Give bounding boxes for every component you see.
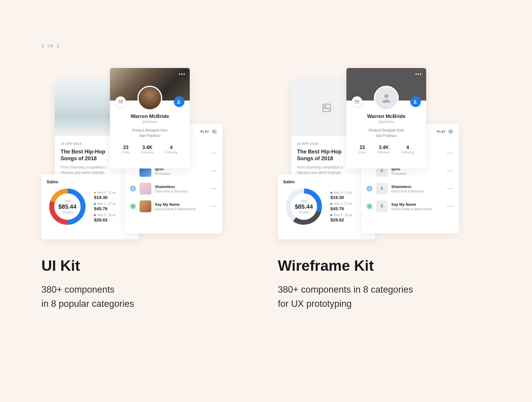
sales-card: Sales Total $85.44 54 sales Item 3 · 11 …	[41, 174, 139, 239]
profile-bio: Product Designer from	[132, 128, 168, 132]
legend-dot	[330, 203, 332, 205]
message-button[interactable]	[352, 96, 362, 107]
play-all-label: PLAY	[437, 130, 446, 133]
track-title: Shameless	[391, 184, 444, 189]
sales-total: $85.44	[295, 203, 313, 210]
sales-donut: Total $85.44 54 sales	[283, 186, 325, 227]
stat-value: 3.4K	[142, 145, 152, 150]
cluster-wireframe-kit: 14 APR 2018 The Best Hip-Hop Songs of 20…	[278, 62, 461, 234]
track-more-icon[interactable]: •••	[211, 186, 217, 191]
profile-bio: San Franisco	[376, 134, 397, 138]
track-thumb	[376, 200, 388, 212]
track-badge: 5	[130, 203, 136, 209]
legend-value: $28.62	[330, 217, 352, 222]
sales-donut: Total $85.44 54 sales	[47, 186, 88, 227]
track-more-icon[interactable]: •••	[447, 151, 453, 155]
track-artist: David Guetta & Bebe Rexha	[155, 207, 207, 211]
stat-value: 4	[170, 145, 173, 150]
headline-line: for UX prototyping	[278, 297, 467, 311]
sales-total-sub: 54 sales	[298, 211, 309, 214]
profile-card: ••• Warren McBride @McBride Product Desi…	[346, 68, 426, 168]
track-more-icon[interactable]: •••	[211, 151, 217, 155]
legend-label: Item 2 · 16 sa	[334, 213, 352, 217]
user-icon	[380, 92, 392, 104]
sales-total-label: Total	[64, 200, 70, 203]
add-user-icon	[413, 99, 418, 104]
track-artist: David Guetta & Bebe Rexha	[391, 207, 444, 211]
legend-value: $19.30	[330, 195, 352, 200]
legend-value: $19.30	[94, 195, 116, 200]
legend-label: Item 3 · 11 sa	[98, 191, 116, 194]
stat-label: Posts	[359, 151, 366, 154]
svg-point-18	[414, 100, 416, 102]
sales-legend: Item 3 · 11 sa $19.30 Item 1 · 27 sa $45…	[330, 191, 352, 222]
stat-value: 23	[360, 145, 365, 150]
track-artist: Rompasso	[391, 172, 444, 175]
profile-more-icon[interactable]: •••	[179, 72, 186, 77]
follow-button[interactable]	[410, 96, 421, 107]
stat-label: Followers	[141, 151, 154, 154]
play-icon[interactable]	[448, 129, 453, 134]
legend-label: Item 1 · 27 sa	[334, 202, 352, 205]
follow-button[interactable]	[174, 96, 184, 107]
avatar	[137, 86, 162, 111]
stat-value: 4	[406, 145, 409, 150]
sales-card: Sales Total $85.44 54 sales Item 3 · 11 …	[278, 174, 375, 239]
headline-title: UI Kit	[41, 257, 207, 274]
svg-point-16	[384, 94, 388, 98]
legend-dot	[94, 214, 96, 216]
track-badge: 5	[366, 203, 372, 209]
profile-handle: @McBride	[351, 120, 421, 124]
sales-total-sub: 54 sales	[62, 211, 73, 214]
track-more-icon[interactable]: •••	[211, 168, 217, 173]
legend-label: Item 3 · 11 sa	[334, 191, 352, 194]
track-thumb	[376, 183, 388, 194]
profile-more-icon[interactable]: •••	[415, 72, 422, 77]
track-row[interactable]: 5 Say My NameDavid Guetta & Bebe Rexha •…	[361, 197, 459, 215]
legend-dot	[94, 192, 96, 194]
cluster-ui-kit: 14 APR 2018 The Best Hip-Hop Songs of 20…	[41, 62, 225, 234]
legend-label: Item 2 · 16 sa	[98, 213, 116, 217]
profile-handle: @McBride	[115, 120, 185, 124]
track-row[interactable]: 4 ShamelessDenis First & Reznikov •••	[125, 180, 222, 197]
profile-bio: San Franisco	[140, 134, 160, 138]
sales-legend: Item 3 · 11 sa $19.30 Item 1 · 27 sa $45…	[94, 191, 116, 222]
mail-icon	[355, 99, 359, 104]
headline-line: in 8 popular categories	[41, 297, 207, 311]
track-more-icon[interactable]: •••	[447, 168, 453, 173]
legend-value: $28.62	[94, 217, 116, 222]
mail-icon	[118, 99, 123, 104]
track-badge: 4	[130, 186, 136, 192]
legend-value: $45.76	[94, 206, 116, 211]
track-row[interactable]: 5 Say My NameDavid Guetta & Bebe Rexha •…	[125, 197, 222, 215]
legend-dot	[94, 203, 96, 205]
play-icon[interactable]	[212, 129, 217, 134]
headline-ui-kit: UI Kit 380+ components in 8 popular cate…	[41, 257, 207, 311]
avatar-placeholder	[374, 86, 399, 111]
stat-label: Following	[401, 151, 414, 154]
legend-dot	[330, 192, 332, 194]
track-artist: Denis First & Reznikov	[155, 189, 207, 193]
track-more-icon[interactable]: •••	[447, 186, 453, 191]
add-user-icon	[177, 99, 181, 104]
track-thumb	[140, 200, 151, 212]
sales-total: $85.44	[58, 203, 76, 210]
stat-label: Followers	[377, 151, 390, 154]
message-button[interactable]	[115, 96, 126, 107]
sales-total-label: Total	[301, 200, 307, 203]
track-row[interactable]: 4 ShamelessDenis First & Reznikov •••	[361, 180, 459, 197]
track-badge: 4	[366, 186, 372, 192]
svg-point-9	[178, 100, 179, 102]
track-more-icon[interactable]: •••	[447, 204, 453, 209]
profile-name: Warren McBride	[115, 114, 185, 119]
track-title: Say My Name	[155, 202, 207, 207]
track-artist: Rompasso	[155, 172, 207, 175]
stat-value: 3.4K	[379, 145, 389, 150]
legend-dot	[330, 214, 332, 216]
profile-name: Warren McBride	[351, 114, 421, 119]
track-thumb	[140, 183, 151, 194]
sales-title: Sales	[283, 179, 370, 184]
legend-value: $45.76	[330, 206, 352, 211]
track-artist: Denis First & Reznikov	[391, 189, 444, 193]
track-more-icon[interactable]: •••	[211, 204, 217, 209]
